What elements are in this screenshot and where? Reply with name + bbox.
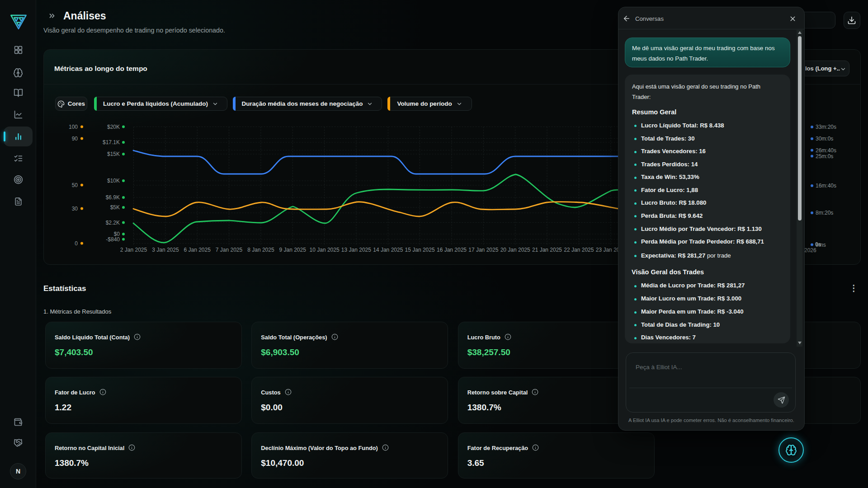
svg-text:17 Jan 2025: 17 Jan 2025 <box>468 247 498 253</box>
svg-text:100: 100 <box>69 124 78 130</box>
svg-text:8m:20s: 8m:20s <box>816 210 833 216</box>
svg-text:30m:0s: 30m:0s <box>816 136 833 142</box>
svg-text:$2.2K: $2.2K <box>106 220 120 226</box>
svg-text:90: 90 <box>72 136 78 142</box>
svg-text:$5K: $5K <box>110 204 120 211</box>
svg-text:20 Jan 2025: 20 Jan 2025 <box>500 247 530 253</box>
svg-text:9 Jan 2025: 9 Jan 2025 <box>279 247 307 253</box>
svg-text:$20K: $20K <box>107 124 120 130</box>
svg-text:3 Jan 2025: 3 Jan 2025 <box>152 247 179 253</box>
svg-text:2026: 2026 <box>804 247 816 253</box>
svg-text:26m:40s: 26m:40s <box>816 147 836 154</box>
svg-text:15 Jan 2025: 15 Jan 2025 <box>405 247 435 253</box>
svg-text:33m:20s: 33m:20s <box>816 124 836 130</box>
svg-text:7 Jan 2025: 7 Jan 2025 <box>216 247 243 253</box>
svg-text:-$840: -$840 <box>106 236 120 243</box>
svg-text:21 Jan 2025: 21 Jan 2025 <box>532 247 562 253</box>
svg-text:$10K: $10K <box>107 178 120 184</box>
svg-text:0: 0 <box>75 240 78 247</box>
svg-text:2 Jan 2025: 2 Jan 2025 <box>120 247 147 253</box>
svg-text:14 Jan 2025: 14 Jan 2025 <box>373 247 403 253</box>
svg-text:50: 50 <box>72 182 78 188</box>
svg-text:$15K: $15K <box>107 151 120 157</box>
svg-text:22 Jan 2025: 22 Jan 2025 <box>564 247 594 253</box>
svg-text:13 Jan 2025: 13 Jan 2025 <box>341 247 371 253</box>
svg-text:30: 30 <box>72 206 78 212</box>
svg-text:10 Jan 2025: 10 Jan 2025 <box>310 247 340 253</box>
svg-text:8 Jan 2025: 8 Jan 2025 <box>247 247 274 253</box>
svg-text:6 Jan 2025: 6 Jan 2025 <box>184 247 211 253</box>
svg-text:$6.9K: $6.9K <box>106 194 120 201</box>
svg-text:16m:40s: 16m:40s <box>816 183 836 189</box>
svg-text:$17.1K: $17.1K <box>103 139 120 145</box>
svg-text:0s: 0s <box>815 241 821 248</box>
svg-text:25m:0s: 25m:0s <box>816 153 833 160</box>
svg-text:16 Jan 2025: 16 Jan 2025 <box>437 247 467 253</box>
